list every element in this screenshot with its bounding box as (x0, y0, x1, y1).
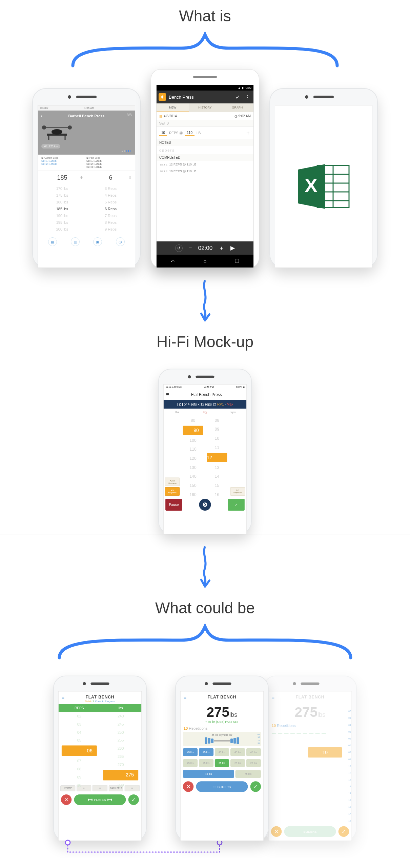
entry-row[interactable]: 10 REPS @ 110 LB ＋ (157, 127, 253, 139)
cancel-button[interactable]: ✕ (61, 794, 71, 805)
more-icon[interactable]: ⋮ (243, 94, 251, 100)
unit-tabs[interactable]: lbs kg reps (164, 409, 247, 416)
play-icon[interactable]: ▶ (230, 244, 235, 252)
plus-icon[interactable]: ＋ (219, 244, 224, 252)
selected-reps[interactable]: 10 (308, 747, 342, 757)
reps-item[interactable]: 03 (59, 720, 100, 728)
weight-pill[interactable]: Wt: 275 lbs (41, 144, 60, 149)
rep-item[interactable]: 16 (205, 490, 229, 499)
reps-item[interactable]: 02 (59, 712, 100, 720)
icon-2[interactable]: ▥ (71, 237, 80, 246)
kg-item[interactable]: 140 (181, 472, 205, 481)
lbs-item[interactable]: 255 (100, 736, 141, 745)
picker-reps-item[interactable]: 7 Reps (86, 212, 135, 219)
app-icon[interactable] (159, 93, 166, 101)
lbs-item[interactable]: 270 (100, 761, 141, 769)
icon-3[interactable]: ▣ (93, 237, 102, 246)
back-icon[interactable]: ‹ (41, 113, 42, 118)
plate-chip[interactable]: 25 lbs (230, 759, 245, 767)
rep-item[interactable]: 10 (205, 434, 229, 443)
completed-set-1[interactable]: SET 1 12 REPS @ 110 LB (157, 161, 253, 168)
picker-weight-item[interactable]: 195 lbs (38, 219, 86, 226)
plate-chip[interactable]: 45 lbs (183, 770, 234, 778)
picker-weight-item[interactable]: 200 lbs (38, 226, 86, 233)
lbs-item[interactable]: 240 (100, 712, 141, 720)
cancel-button[interactable]: ✕ (183, 781, 193, 792)
sliders-button[interactable]: ⚏ SLIDERS (196, 781, 248, 792)
menu-icon[interactable]: ≡ (272, 695, 274, 701)
menu-icon[interactable]: ≡ (62, 695, 64, 701)
confirm-button[interactable]: ✓ (339, 826, 349, 837)
lbs-item[interactable]: 260 (100, 745, 141, 753)
kg-item[interactable]: 130 (181, 463, 205, 472)
gear-icon[interactable]: ⚙ (80, 176, 83, 179)
kg-item[interactable]: 160 (181, 490, 205, 499)
unit-tabs[interactable]: REPS lbs (59, 704, 142, 712)
reps-item[interactable]: 10 (59, 781, 100, 789)
rep-item[interactable]: 09 (205, 425, 229, 434)
reps-item[interactable]: 07 (59, 757, 100, 765)
rep-item[interactable]: 15 (205, 481, 229, 490)
picker-weight-item[interactable]: 170 lbs (38, 185, 86, 192)
check-icon[interactable]: ✓ (232, 94, 243, 100)
reps-input[interactable]: 6⚙ (86, 171, 135, 185)
slider-track[interactable] (272, 730, 328, 736)
kg-item[interactable]: 80 (181, 416, 205, 425)
kg-item[interactable]: 120 (181, 454, 205, 463)
reps-item[interactable]: 04 (59, 728, 100, 736)
reps-item[interactable]: 09 (59, 773, 100, 781)
sliders-button[interactable]: SLIDERS (284, 826, 336, 837)
plate-chip[interactable]: 25 lbs (246, 759, 261, 767)
home-icon[interactable]: ⌂ (203, 258, 206, 264)
timer-icon[interactable]: ◷ (116, 237, 125, 246)
lbs-item[interactable]: 245 (100, 720, 141, 728)
picker-reps-item[interactable]: 4 Reps (86, 192, 135, 199)
kg-item[interactable]: 100 (181, 436, 205, 445)
increment-chip[interactable]: +2.5Kilograms (165, 477, 180, 486)
next-button[interactable] (199, 499, 211, 511)
kg-item[interactable]: 110 (181, 445, 205, 454)
picker-weight-item[interactable]: 185 lbs (38, 205, 86, 212)
lbs-item[interactable]: 280 (100, 781, 141, 789)
lbs-item[interactable]: 265 (100, 753, 141, 761)
picker-reps-item[interactable]: 5 Reps (86, 199, 135, 205)
confirm-button[interactable]: ✓ (128, 794, 139, 805)
plate-chip[interactable]: 45 lbs (214, 748, 229, 756)
picker-reps-item[interactable]: 6 Reps (86, 205, 135, 212)
tab-history[interactable]: HISTORY (189, 103, 221, 112)
plate-chip[interactable]: 45 lbs (183, 748, 198, 756)
picker-weight-item[interactable]: 190 lbs (38, 212, 86, 219)
plus-icon[interactable]: ＋ (245, 130, 251, 137)
reps-item[interactable]: 08 (59, 765, 100, 773)
back-icon[interactable]: ⤺ (171, 258, 175, 264)
plate-chip[interactable]: 25 lbs (214, 759, 229, 767)
picker-weight-item[interactable]: 175 lbs (38, 192, 86, 199)
pause-button[interactable]: Pause (165, 499, 182, 511)
plate-chip[interactable]: 25 lbs (183, 759, 198, 767)
cancel-button[interactable]: ✕ (271, 826, 282, 837)
reps-item[interactable]: 05 (59, 736, 100, 745)
half-rep-chip[interactable]: 1/2 Repetition (230, 487, 245, 496)
plates-button[interactable]: PLATES (74, 794, 126, 805)
completed-set-2[interactable]: SET 2 10 REPS @ 110 LB (157, 168, 253, 175)
gear-icon[interactable]: ⚙ (128, 176, 131, 179)
menu-icon[interactable]: ≡ (166, 392, 169, 397)
kg-item[interactable]: 150 (181, 481, 205, 490)
confirm-button[interactable]: ✓ (250, 781, 261, 792)
plate-chip[interactable]: 45 lbs (230, 748, 245, 756)
lbs-item[interactable]: 250 (100, 728, 141, 736)
tab-new[interactable]: NEW (157, 103, 189, 112)
rep-item[interactable]: 11 (205, 443, 229, 452)
menu-icon[interactable]: ≡ (184, 695, 186, 701)
picker[interactable]: 170 lbs175 lbs180 lbs185 lbs190 lbs195 l… (38, 185, 135, 233)
increment-chip[interactable]: +5Kilograms (165, 487, 180, 496)
barbell-widget[interactable]: 45 lbs Olympic bar 05101520 (183, 732, 261, 746)
plate-chip[interactable]: 45 lbs (235, 770, 261, 778)
picker-weight-item[interactable]: 180 lbs (38, 199, 86, 205)
reset-icon[interactable]: ↺ (175, 244, 183, 252)
rep-item[interactable]: 12 (207, 453, 227, 462)
rep-item[interactable]: 08 (205, 416, 229, 425)
picker-reps-item[interactable]: 8 Reps (86, 219, 135, 226)
plate-chip[interactable]: 45 lbs (246, 748, 261, 756)
picker[interactable]: 0203040506070809102402452502552602652702… (59, 712, 142, 784)
